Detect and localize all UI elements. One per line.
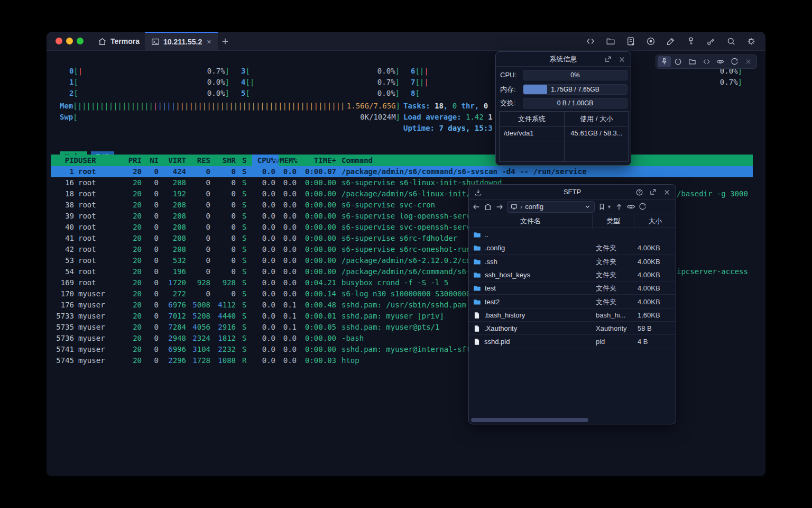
file-name-cell: .bash_history bbox=[473, 309, 590, 322]
chevron-down-icon[interactable] bbox=[584, 203, 591, 210]
sftp-header[interactable]: SFTP bbox=[469, 185, 676, 199]
swp-label: Swp bbox=[60, 112, 73, 123]
folder-icon[interactable] bbox=[603, 34, 617, 49]
col-pri[interactable]: PRI bbox=[121, 155, 142, 166]
refresh-icon[interactable] bbox=[639, 203, 647, 211]
col-res[interactable]: RES bbox=[186, 155, 210, 166]
open-in-window-icon[interactable] bbox=[603, 55, 613, 64]
cell-time: 0:00.14 bbox=[303, 288, 336, 300]
system-info-header[interactable]: 系统信息 bbox=[496, 52, 631, 67]
search-icon[interactable] bbox=[724, 34, 738, 49]
edit-icon[interactable] bbox=[663, 34, 678, 49]
cell-virt: 196 bbox=[159, 266, 186, 277]
new-tab-button[interactable] bbox=[219, 35, 232, 48]
file-row[interactable]: .config文件夹4.00KB bbox=[469, 241, 676, 255]
value-digits: 440 bbox=[223, 312, 236, 320]
cell-pid: 170 bbox=[51, 288, 74, 300]
thousands-digit: 6 bbox=[168, 345, 172, 353]
cell-user: root bbox=[78, 177, 126, 188]
col-virt[interactable]: VIRT bbox=[159, 155, 186, 166]
meter-bar: | bbox=[424, 77, 428, 88]
col-mem[interactable]: MEM% bbox=[280, 155, 301, 166]
file-name-cell: .ssh bbox=[473, 255, 590, 268]
upload-icon[interactable] bbox=[615, 203, 623, 211]
column-size[interactable]: 大小 bbox=[634, 214, 676, 228]
help-icon[interactable] bbox=[634, 187, 644, 197]
file-row[interactable]: .XauthorityXauthority58 B bbox=[469, 322, 676, 335]
col-user[interactable]: USER bbox=[78, 155, 126, 166]
value-digits: 284 bbox=[173, 323, 186, 331]
bookmark-icon[interactable] bbox=[598, 203, 606, 211]
file-row[interactable]: sshd.pidpid4 B bbox=[469, 335, 676, 348]
cell-time: 0:00.00 bbox=[303, 344, 336, 355]
file-name-cell: test2 bbox=[473, 295, 590, 309]
open-in-window-icon[interactable] bbox=[648, 187, 658, 197]
file-row[interactable]: test2文件夹4.00KB bbox=[469, 295, 676, 309]
cell-res: 928 bbox=[186, 277, 210, 288]
cell-cpu: 0.0 bbox=[250, 188, 275, 199]
pin-icon[interactable] bbox=[658, 56, 671, 67]
file-size-cell: 58 B bbox=[638, 322, 675, 335]
col-ni[interactable]: NI bbox=[142, 155, 159, 166]
column-filename[interactable]: 文件名 bbox=[469, 214, 592, 228]
folder-icon[interactable] bbox=[686, 56, 699, 67]
sftp-panel: SFTP › config ▼ 文件名 类型 大小 ... bbox=[468, 184, 676, 424]
cell-cpu: 0.0 bbox=[250, 300, 275, 311]
cell-shr: 0 bbox=[210, 255, 236, 266]
minimize-window-button[interactable] bbox=[66, 38, 73, 44]
bookmark-caret-icon[interactable]: ▼ bbox=[607, 204, 612, 210]
column-type[interactable]: 类型 bbox=[592, 214, 634, 228]
sftp-table-header: 文件名 类型 大小 bbox=[469, 214, 676, 228]
cell-shr: 0 bbox=[210, 177, 236, 188]
horizontal-scrollbar[interactable] bbox=[471, 418, 588, 422]
close-toolbar-icon[interactable] bbox=[742, 56, 755, 67]
col-cpu[interactable]: CPU%▽ bbox=[254, 155, 280, 166]
gpu-eye-icon[interactable] bbox=[714, 56, 727, 67]
refresh-icon[interactable] bbox=[728, 56, 741, 67]
file-size-cell: 4 B bbox=[638, 335, 675, 348]
key-icon[interactable] bbox=[684, 34, 698, 49]
cell-res: 0 bbox=[186, 266, 210, 277]
show-hidden-eye-icon[interactable] bbox=[626, 202, 635, 211]
file-row[interactable]: .bash_historybash_hi...1.60KB bbox=[469, 309, 676, 322]
home-tab[interactable]: Termora bbox=[91, 32, 146, 51]
close-window-button[interactable] bbox=[56, 38, 62, 44]
file-row[interactable]: .. bbox=[469, 228, 676, 241]
col-pid[interactable]: PID bbox=[55, 155, 78, 166]
file-row[interactable]: .ssh文件夹4.00KB bbox=[469, 255, 676, 268]
zoom-window-button[interactable] bbox=[77, 38, 84, 44]
col-time[interactable]: TIME+ bbox=[309, 155, 336, 166]
file-row[interactable]: test文件夹4.00KB bbox=[469, 282, 676, 295]
code-snippets-icon[interactable] bbox=[583, 34, 597, 49]
home-icon[interactable] bbox=[484, 203, 492, 211]
info-icon[interactable] bbox=[672, 56, 685, 67]
tasks-text: 0 bbox=[484, 101, 493, 112]
session-tab[interactable]: 10.211.55.2 × bbox=[145, 32, 218, 51]
thousands-digit: 7 bbox=[168, 312, 172, 320]
cell-ni: 0 bbox=[142, 244, 159, 255]
col-shr[interactable]: SHR bbox=[210, 155, 236, 166]
file-type-cell: 文件夹 bbox=[596, 295, 631, 309]
process-row[interactable]: 1root20042400S0.00.00:00.07/package/admi… bbox=[51, 166, 753, 177]
cpu-meter-label: 7 bbox=[411, 77, 415, 88]
cell-cpu: 0.0 bbox=[250, 311, 275, 322]
cell-res: 0 bbox=[186, 288, 210, 300]
col-command[interactable]: Command bbox=[342, 155, 447, 166]
keychain-icon[interactable] bbox=[704, 34, 718, 49]
path-breadcrumb[interactable]: › config bbox=[507, 201, 595, 213]
close-panel-icon[interactable] bbox=[662, 187, 671, 197]
file-type-cell: 文件夹 bbox=[596, 241, 631, 255]
close-tab-icon[interactable]: × bbox=[207, 38, 211, 46]
macro-record-icon[interactable] bbox=[643, 34, 658, 49]
log-icon[interactable] bbox=[623, 34, 638, 49]
forward-icon[interactable] bbox=[495, 203, 504, 211]
code-icon[interactable] bbox=[700, 56, 713, 67]
file-row[interactable]: ssh_host_keys文件夹4.00KB bbox=[469, 268, 676, 282]
close-panel-icon[interactable] bbox=[617, 55, 626, 64]
meter-value: 0.7% bbox=[720, 77, 738, 88]
back-icon[interactable] bbox=[472, 203, 481, 211]
col-s[interactable]: S bbox=[242, 155, 248, 166]
file-size-cell: 4.00KB bbox=[638, 295, 675, 309]
settings-gear-icon[interactable] bbox=[744, 34, 758, 49]
meter-close-bracket: ] bbox=[396, 101, 400, 112]
